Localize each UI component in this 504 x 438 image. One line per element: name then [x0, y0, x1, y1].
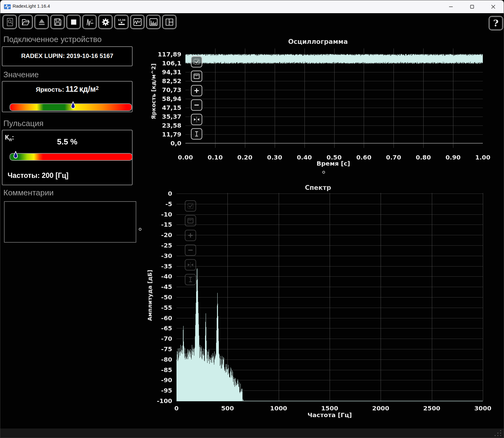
- minimize-icon: [449, 5, 453, 9]
- vertical-range-tool-oscillogram[interactable]: [191, 128, 202, 140]
- minus-icon: [193, 102, 200, 109]
- spectrum-view-button[interactable]: [146, 15, 161, 29]
- vertical-splitter-handle[interactable]: [139, 228, 142, 231]
- zoom-out-tool-spectrum[interactable]: [185, 244, 196, 256]
- comments-section-header: Комментарии: [3, 188, 54, 198]
- window-controls: [440, 0, 504, 13]
- device-groupbox: RADEX LUPIN: 2019-10-16 5167: [2, 46, 133, 66]
- wave-frame-icon: [187, 217, 194, 224]
- oscillogram-x-tick: 0.80: [414, 154, 432, 161]
- plus-icon: [187, 232, 194, 239]
- app-window: RadexLight 1.16.4 12.34 ? Подключенное у…: [0, 0, 504, 438]
- spectrum-y-tick: -35: [161, 263, 172, 270]
- spectrum-y-tick: -25: [161, 242, 172, 249]
- window-title: RadexLight 1.16.4: [13, 3, 50, 9]
- spectrum-x-axis-label: Частота [Гц]: [299, 411, 360, 419]
- value-groupbox: Яркость: 112 кд/м2: [2, 81, 133, 112]
- numeric-display-icon: 12.34: [117, 17, 126, 27]
- device-section-header: Подключенное устройство: [3, 35, 102, 44]
- oscillogram-y-tick: 70,73: [162, 86, 181, 94]
- spectrum-y-tick: -80: [161, 356, 172, 363]
- fit-horizontal-tool-oscillogram[interactable]: [191, 114, 202, 125]
- zoom-select-tool-spectrum[interactable]: [185, 200, 196, 212]
- horizontal-splitter-handle[interactable]: [322, 171, 325, 174]
- layout-view-button[interactable]: [162, 15, 176, 29]
- spectrum-y-tick: -65: [161, 325, 172, 332]
- value-unit-exponent: 2: [96, 85, 99, 91]
- zoom-out-tool-oscillogram[interactable]: [191, 99, 202, 111]
- eject-button[interactable]: [34, 15, 49, 29]
- spectrum-y-tick: -10: [161, 211, 172, 218]
- pulsation-value: 5.5 %: [2, 137, 132, 147]
- oscillogram-x-tick: 0.00: [176, 154, 195, 161]
- oscillogram-x-tick: 0.20: [236, 154, 254, 161]
- oscillogram-title: Осциллограмма: [257, 38, 379, 45]
- zoom-select-tool-oscillogram[interactable]: [191, 56, 202, 67]
- oscillogram-y-tick: 82,52: [162, 77, 181, 85]
- oscillogram-x-tick: 0.60: [355, 154, 373, 161]
- spectrum-y-tick: -70: [161, 335, 172, 342]
- pulsation-marker-icon: [14, 151, 18, 160]
- autoscale-tool-oscillogram[interactable]: [191, 71, 202, 82]
- value-number: 112: [65, 85, 78, 93]
- spectrum-title: Спектр: [257, 184, 379, 191]
- gear-icon: [101, 17, 110, 27]
- spectrum-y-tick: -85: [161, 366, 172, 374]
- comments-input[interactable]: [4, 201, 136, 243]
- spectrum-y-tick: -75: [161, 345, 172, 353]
- spectrum-x-tick: 2000: [368, 405, 393, 412]
- vertical-range-tool-spectrum[interactable]: [185, 274, 196, 285]
- minimize-button[interactable]: [440, 0, 461, 13]
- zoom-in-tool-spectrum[interactable]: [185, 230, 196, 241]
- dashed-check-icon: [193, 58, 200, 65]
- oscillogram-y-tick: 11,79: [162, 131, 181, 138]
- oscillogram-y-tick: 0,0: [171, 140, 181, 147]
- spectrum-y-tick: -20: [161, 231, 172, 239]
- spectrum-y-tick: -45: [161, 283, 172, 290]
- plus-icon: [193, 87, 200, 94]
- oscillogram-y-tick: 35,37: [162, 113, 181, 120]
- maximize-button[interactable]: [461, 0, 483, 13]
- signal-settings-icon: [85, 17, 95, 27]
- pulsation-section-header: Пульсация: [3, 119, 44, 128]
- fit-horizontal-icon: [193, 116, 200, 123]
- oscillogram-x-tick: 0.50: [325, 154, 343, 161]
- spectrum-x-tick: 0: [164, 405, 189, 412]
- open-file-button[interactable]: [18, 15, 33, 29]
- titlebar: RadexLight 1.16.4: [0, 0, 504, 13]
- oscillogram-x-tick: 0.90: [444, 154, 462, 161]
- oscillogram-y-tick: 23,58: [162, 122, 181, 129]
- help-button[interactable]: ?: [489, 16, 503, 30]
- resize-grip-icon[interactable]: [494, 430, 502, 436]
- signal-settings-button[interactable]: [82, 15, 97, 29]
- fit-horizontal-tool-spectrum[interactable]: [185, 259, 196, 271]
- spectrum-y-tick: -95: [161, 387, 172, 394]
- spectrum-y-tick: 0: [168, 190, 172, 197]
- autoscale-tool-spectrum[interactable]: [185, 215, 196, 226]
- oscillogram-view-button[interactable]: [130, 15, 145, 29]
- spectrum-x-tick: 2500: [420, 405, 444, 412]
- oscillogram-y-tick: 47,15: [162, 104, 181, 111]
- spectrum-y-tick: -30: [161, 252, 172, 259]
- minus-icon: [187, 247, 194, 254]
- close-button[interactable]: [483, 0, 504, 13]
- oscillogram-x-tick: 0.40: [295, 154, 314, 161]
- spectrum-y-tick: -100: [157, 397, 172, 405]
- numeric-display-button[interactable]: 12.34: [114, 15, 129, 29]
- brightness-marker-icon: [71, 101, 75, 110]
- zoom-in-tool-oscillogram[interactable]: [191, 85, 202, 96]
- spectrum-y-tick: -55: [161, 304, 172, 311]
- settings-button[interactable]: [98, 15, 113, 29]
- save-button[interactable]: [50, 15, 65, 29]
- oscillogram-y-tick: 106,1: [162, 60, 181, 67]
- eject-icon: [37, 17, 47, 27]
- open-folder-icon: [21, 17, 31, 27]
- oscillogram-y-axis-label: Яркость [кд/м^2]: [150, 63, 157, 119]
- oscillogram-x-tick: 0.10: [206, 154, 224, 161]
- search-device-button[interactable]: [2, 15, 17, 29]
- spectrum-x-tick: 500: [215, 405, 240, 412]
- layout-icon: [165, 17, 174, 27]
- spectrum-y-tick: -60: [161, 314, 172, 322]
- stop-button[interactable]: [66, 15, 81, 29]
- pulsation-scale-bar: [10, 153, 133, 161]
